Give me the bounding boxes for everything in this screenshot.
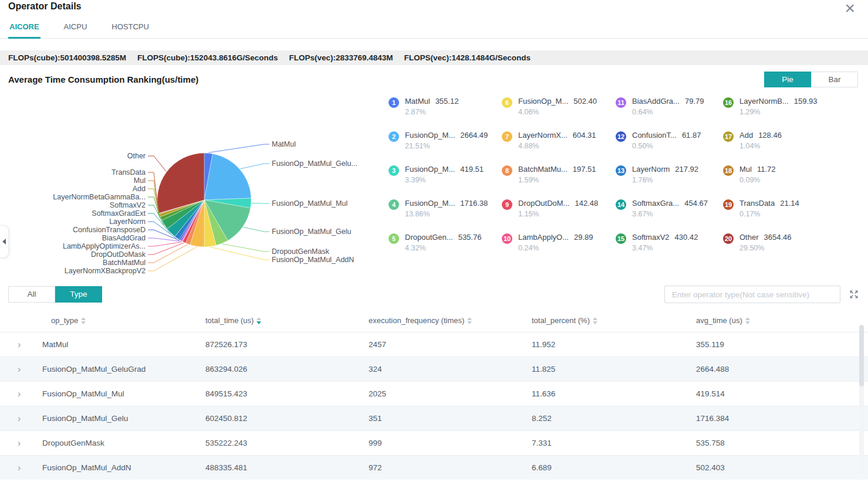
sort-carets-icon[interactable] xyxy=(745,317,750,324)
column-header-total_time_us[interactable]: total_time (us) xyxy=(205,316,369,325)
cell-avg_time: 419.514 xyxy=(696,389,868,398)
column-header-total_percent[interactable]: total_percent (%) xyxy=(532,316,696,325)
sort-carets-icon[interactable] xyxy=(593,317,597,324)
legend-item-3[interactable]: 3FusionOp_M...419.513.39% xyxy=(389,165,502,199)
sort-carets-icon[interactable] xyxy=(256,317,261,324)
panel-collapse-handle[interactable] xyxy=(0,225,9,258)
close-icon[interactable]: × xyxy=(845,1,855,15)
cell-execution_frequency: 2457 xyxy=(369,340,532,349)
legend-percent: 1.04% xyxy=(739,142,782,150)
filter-type-button[interactable]: Type xyxy=(55,286,102,303)
tab-aicore[interactable]: AICORE xyxy=(8,19,40,38)
legend-rank-badge: 1 xyxy=(389,97,399,108)
legend-item-14[interactable]: 14SoftmaxGra...454.673.67% xyxy=(616,199,723,233)
tab-hostcpu[interactable]: HOSTCPU xyxy=(110,19,150,38)
legend-item-16[interactable]: 16LayerNormB...159.931.29% xyxy=(723,97,851,131)
cell-total_percent: 11.952 xyxy=(532,340,696,349)
page-title: Operator Details xyxy=(8,1,81,12)
cell-op_type: FusionOp_MatMul_AddN xyxy=(42,463,205,472)
legend-item-9[interactable]: 9DropOutDoM...142.481.15% xyxy=(502,199,616,233)
legend-percent: 1.76% xyxy=(632,176,698,184)
panel-header: Operator Details × xyxy=(0,0,868,15)
row-expand-icon[interactable]: › xyxy=(18,364,21,374)
legend-label: SoftmaxGra...454.67 xyxy=(632,199,708,208)
row-expand-icon[interactable]: › xyxy=(18,389,21,399)
legend-percent: 4.06% xyxy=(518,108,597,116)
legend-item-13[interactable]: 13LayerNorm217.921.76% xyxy=(616,165,723,199)
table-row-FusionOp_MatMul_Gelu[interactable]: ›FusionOp_MatMul_Gelu602450.8123518.2521… xyxy=(0,406,868,430)
chart-area: MatMulFusionOp_MatMul_Gelu...FusionOp_Ma… xyxy=(0,91,868,280)
legend-item-15[interactable]: 15SoftmaxV2430.423.47% xyxy=(616,233,723,267)
cell-execution_frequency: 324 xyxy=(369,365,532,374)
pie-label-line xyxy=(210,247,269,260)
legend-rank-badge: 2 xyxy=(389,131,399,142)
table-row-MatMul[interactable]: ›MatMul872526.173245711.952355.119 xyxy=(0,332,868,357)
row-expand-icon[interactable]: › xyxy=(18,413,21,423)
pie-slice-label: LambApplyOptimizerAs... xyxy=(63,242,146,250)
cell-total_time: 602450.812 xyxy=(205,414,369,423)
legend-percent: 1.29% xyxy=(739,108,818,116)
legend-label: LayerNorm217.92 xyxy=(632,165,698,174)
cell-avg_time: 502.403 xyxy=(696,463,868,472)
legend-item-17[interactable]: 17Add128.461.04% xyxy=(723,131,851,165)
legend-label: MatMul355.12 xyxy=(405,97,458,106)
legend-percent: 3.39% xyxy=(405,176,484,184)
stat-item: FLOPs(cube):501400398.5285M xyxy=(8,53,126,62)
fullscreen-expand-icon[interactable] xyxy=(849,290,859,299)
row-expand-icon[interactable]: › xyxy=(18,438,21,448)
legend-item-8[interactable]: 8BatchMatMu...197.511.59% xyxy=(502,165,616,199)
pie-slice-label: LayerNorm xyxy=(109,218,146,226)
legend-label: TransData21.14 xyxy=(739,199,799,208)
sort-carets-icon[interactable] xyxy=(467,317,472,324)
legend-item-1[interactable]: 1MatMul355.122.87% xyxy=(389,97,502,131)
legend-rank-badge: 4 xyxy=(389,199,399,210)
table-body: ›MatMul872526.173245711.952355.119›Fusio… xyxy=(0,332,868,480)
legend-item-10[interactable]: 10LambApplyO...29.890.24% xyxy=(502,233,616,267)
table-row-DropoutGenMask[interactable]: ›DropoutGenMask535222.2439997.331535.758 xyxy=(0,430,868,455)
scrollbar-thumb[interactable] xyxy=(859,325,864,386)
legend-item-18[interactable]: 18Mul11.720.09% xyxy=(723,165,851,199)
pie-label-line xyxy=(252,203,269,204)
legend-item-20[interactable]: 20Other3654.4629.50% xyxy=(723,233,851,267)
legend-rank-badge: 5 xyxy=(389,233,399,244)
sort-carets-icon[interactable] xyxy=(81,317,86,324)
pie-view-button[interactable]: Pie xyxy=(764,72,811,87)
stat-item: FLOPs(vec):2833769.4843M xyxy=(289,53,393,62)
cell-total_time: 849515.423 xyxy=(205,389,369,398)
legend-item-12[interactable]: 12ConfusionT...61.870.50% xyxy=(616,131,723,165)
legend-rank-badge: 20 xyxy=(723,233,734,244)
legend-percent: 1.15% xyxy=(518,210,598,218)
row-expand-icon[interactable]: › xyxy=(18,340,21,349)
legend-percent: 2.87% xyxy=(405,108,458,116)
pie-label-line xyxy=(208,144,269,152)
table-scrollbar[interactable] xyxy=(859,325,864,473)
tab-aicpu[interactable]: AICPU xyxy=(63,19,89,38)
legend-label: BatchMatMu...197.51 xyxy=(518,165,596,174)
legend-label: Add128.46 xyxy=(739,131,782,140)
column-header-execution_frequency_times[interactable]: execution_frequency (times) xyxy=(369,316,532,325)
chart-title: Average Time Consumption Ranking(us/time… xyxy=(8,74,198,84)
column-header-op_type[interactable]: op_type xyxy=(42,316,205,325)
row-expand-icon[interactable]: › xyxy=(18,463,21,473)
legend-item-6[interactable]: 6FusionOp_M...502.404.06% xyxy=(502,97,616,131)
search-input[interactable] xyxy=(664,286,840,303)
legend-item-4[interactable]: 4FusionOp_M...1716.3813.86% xyxy=(389,199,502,233)
legend-rank-badge: 3 xyxy=(389,165,399,176)
scope-toggle: AllType xyxy=(8,286,102,303)
legend-item-11[interactable]: 11BiasAddGra...79.790.64% xyxy=(616,97,723,131)
legend-item-19[interactable]: 19TransData21.140.17% xyxy=(723,199,851,233)
legend-item-7[interactable]: 7LayerNormX...604.314.88% xyxy=(502,131,616,165)
table-row-FusionOp_MatMul_GeluGrad[interactable]: ›FusionOp_MatMul_GeluGrad863294.02632411… xyxy=(0,357,868,381)
legend-item-2[interactable]: 2FusionOp_M...2664.4921.51% xyxy=(389,131,502,165)
legend-item-5[interactable]: 5DropoutGen...535.764.32% xyxy=(389,233,502,267)
cell-total_percent: 11.825 xyxy=(532,365,696,374)
filter-all-button[interactable]: All xyxy=(8,286,55,303)
pie-label-line xyxy=(148,245,188,263)
pie-slice-label: Other xyxy=(127,152,146,160)
legend-percent: 0.64% xyxy=(632,108,704,116)
legend-rank-badge: 10 xyxy=(502,233,512,244)
table-row-FusionOp_MatMul_Mul[interactable]: ›FusionOp_MatMul_Mul849515.423202511.636… xyxy=(0,381,868,406)
bar-view-button[interactable]: Bar xyxy=(811,72,858,87)
table-row-FusionOp_MatMul_AddN[interactable]: ›FusionOp_MatMul_AddN488335.4819726.6895… xyxy=(0,455,868,480)
column-header-avg_time_us[interactable]: avg_time (us) xyxy=(696,316,868,325)
